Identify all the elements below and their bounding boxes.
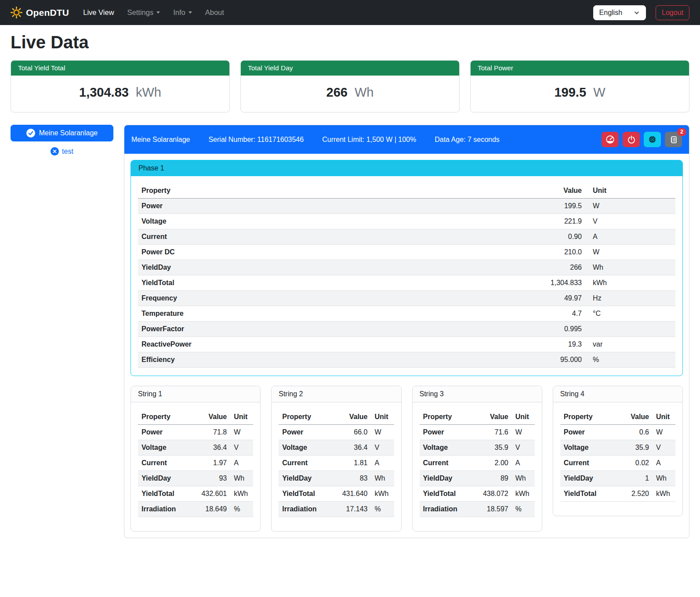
nav-item-info[interactable]: Info <box>173 8 192 17</box>
string-card-body: Property Value Unit Power71.6WVoltage35.… <box>413 402 542 531</box>
string-table: Property Value Unit Power66.0WVoltage36.… <box>279 409 394 517</box>
phase-panel-title: Phase 1 <box>131 160 682 176</box>
value-cell: 49.97 <box>533 291 585 306</box>
value-cell: 221.9 <box>533 214 585 229</box>
summary-card-total-yield-day: Total Yield Day 266 Wh <box>240 60 460 112</box>
property-cell: Voltage <box>279 440 335 456</box>
speedometer-icon <box>606 135 615 144</box>
value-cell: 36.4 <box>194 440 230 456</box>
summary-card-title: Total Yield Total <box>11 61 229 76</box>
property-cell: YieldDay <box>138 471 194 486</box>
string-card-1: String 1 Property Value Unit <box>131 386 261 532</box>
value-cell: 2.520 <box>617 486 653 502</box>
property-cell: YieldDay <box>560 471 617 486</box>
table-row: Irradiation17.143% <box>279 502 394 517</box>
value-cell: 71.6 <box>476 425 512 440</box>
x-circle-icon[interactable] <box>51 147 59 156</box>
unit-cell: A <box>512 456 535 471</box>
phase-table-body: Power199.5WVoltage221.9VCurrent0.90APowe… <box>138 199 675 368</box>
table-row: Current1.97A <box>138 456 253 471</box>
value-cell: 18.597 <box>476 502 512 517</box>
table-row: Current1.81A <box>279 456 394 471</box>
unit-cell: W <box>371 425 394 440</box>
unit-cell: Wh <box>653 471 675 486</box>
brand: OpenDTU <box>11 7 69 18</box>
language-select[interactable]: English <box>593 5 646 20</box>
nav-item-about[interactable]: About <box>205 8 224 17</box>
inverter-card-body: Phase 1 Property Value Unit Power199.5WV… <box>124 154 689 538</box>
value-cell: 36.4 <box>335 440 371 456</box>
unit-cell: kWh <box>512 486 535 502</box>
column-header-unit: Unit <box>230 409 253 425</box>
column-header-property: Property <box>560 409 617 425</box>
property-cell: YieldTotal <box>420 486 476 502</box>
value-cell: 0.6 <box>617 425 653 440</box>
string-card-2: String 2 Property Value Unit <box>271 386 401 532</box>
property-cell: Current <box>420 456 476 471</box>
column-header-unit: Unit <box>653 409 675 425</box>
limit-settings-button[interactable] <box>602 132 619 147</box>
table-row: Voltage35.9V <box>560 440 675 456</box>
string-card-body: Property Value Unit Power71.8WVoltage36.… <box>131 402 260 531</box>
unit-cell: % <box>512 502 535 517</box>
string-table-head: Property Value Unit <box>279 409 394 425</box>
summary-cards-row: Total Yield Total 1,304.83 kWh Total Yie… <box>11 60 689 112</box>
table-row: Current2.00A <box>420 456 535 471</box>
power-toggle-button[interactable] <box>623 132 640 147</box>
string-card-body: Property Value Unit Power0.6WVoltage35.9… <box>553 402 682 516</box>
unit-cell: Wh <box>512 471 535 486</box>
inverter-select-label: Meine Solaranlage <box>39 129 98 137</box>
property-cell: Power <box>420 425 476 440</box>
property-cell: Power <box>138 425 194 440</box>
nav-item-live-view[interactable]: Live View <box>83 8 114 17</box>
chevron-down-icon <box>634 10 640 16</box>
property-cell: Voltage <box>560 440 617 456</box>
property-cell: YieldTotal <box>279 486 335 502</box>
phase-table: Property Value Unit Power199.5WVoltage22… <box>138 183 675 368</box>
device-info-button[interactable] <box>644 132 661 147</box>
string-table-body: Power66.0WVoltage36.4VCurrent1.81AYieldD… <box>279 425 394 517</box>
property-cell: YieldDay <box>138 260 533 275</box>
table-row: Voltage35.9V <box>420 440 535 456</box>
value-cell: 35.9 <box>617 440 653 456</box>
property-cell: YieldTotal <box>560 486 617 502</box>
column-header-value: Value <box>335 409 371 425</box>
sun-icon <box>11 7 22 18</box>
unit-cell: var <box>585 337 675 352</box>
logout-button[interactable]: Logout <box>656 5 689 20</box>
test-inverter-row: test <box>11 147 113 156</box>
string-card-title: String 4 <box>553 386 682 402</box>
nav-item-settings[interactable]: Settings <box>127 8 160 17</box>
table-row: YieldTotal432.601kWh <box>138 486 253 502</box>
string-table-body: Power71.6WVoltage35.9VCurrent2.00AYieldD… <box>420 425 535 517</box>
page-title: Live Data <box>11 33 689 52</box>
unit-cell: W <box>585 245 675 260</box>
table-row: Current0.02A <box>560 456 675 471</box>
property-cell: Voltage <box>138 214 533 229</box>
value-cell: 17.143 <box>335 502 371 517</box>
table-row: Temperature4.7°C <box>138 306 675 322</box>
unit-cell: Hz <box>585 291 675 306</box>
property-cell: Current <box>138 456 194 471</box>
string-card-4: String 4 Property Value Unit <box>553 386 683 516</box>
column-header-value: Value <box>476 409 512 425</box>
summary-card-title: Total Yield Day <box>241 61 459 76</box>
value-cell: 83 <box>335 471 371 486</box>
value-cell: 93 <box>194 471 230 486</box>
test-inverter-link[interactable]: test <box>62 148 73 156</box>
table-row: YieldTotal1,304.833kWh <box>138 275 675 291</box>
column-header-property: Property <box>279 409 335 425</box>
value-cell: 1.81 <box>335 456 371 471</box>
table-header-row: Property Value Unit <box>279 409 394 425</box>
inverter-select-button[interactable]: Meine Solaranlage <box>11 125 113 141</box>
string-table-body: Power0.6WVoltage35.9VCurrent0.02AYieldDa… <box>560 425 675 502</box>
unit-cell: V <box>585 214 675 229</box>
unit-cell: V <box>512 440 535 456</box>
phase-table-head: Property Value Unit <box>138 183 675 199</box>
table-row: Irradiation18.649% <box>138 502 253 517</box>
event-log-button[interactable]: 2 <box>665 132 682 147</box>
table-row: Current0.90A <box>138 229 675 245</box>
string-table: Property Value Unit Power0.6WVoltage35.9… <box>560 409 675 502</box>
property-cell: Power <box>279 425 335 440</box>
string-table-head: Property Value Unit <box>560 409 675 425</box>
